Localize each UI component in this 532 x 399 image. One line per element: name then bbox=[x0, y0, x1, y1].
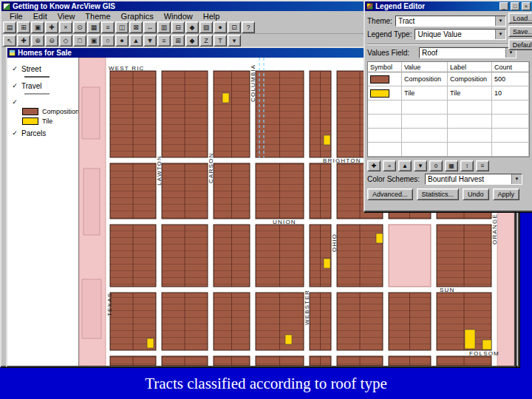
theme-item[interactable]: ✓Parcels bbox=[11, 129, 78, 137]
toolbar-row-1-button-12[interactable]: ▥ bbox=[157, 21, 171, 33]
legend-tool-button-6[interactable]: ▦ bbox=[445, 160, 458, 171]
theme-item[interactable]: ✓ bbox=[11, 99, 78, 106]
table-cell-symbol[interactable] bbox=[368, 72, 402, 86]
toolbar-row-1-button-11[interactable]: ↔ bbox=[143, 21, 157, 33]
legend-editor-titlebar[interactable]: Legend Editor _ □ × bbox=[365, 1, 532, 11]
legend-class: Tile bbox=[22, 117, 78, 125]
toolbar-row-2-button-8[interactable]: ○ bbox=[101, 35, 115, 47]
toolbar-row-2-button-10[interactable]: ▲ bbox=[129, 35, 143, 47]
toolbar-row-2-button-3[interactable]: ⊕ bbox=[31, 35, 44, 47]
color-schemes-combobox[interactable]: Bountiful Harvest ▼ bbox=[425, 174, 522, 185]
legend-table: SymbolValueLabelCountCompositionComposit… bbox=[367, 61, 530, 157]
toolbar-row-1-button-2[interactable]: ⊞ bbox=[17, 21, 30, 33]
toolbar-row-1-button-8[interactable]: ≡ bbox=[101, 21, 115, 33]
toolbar-row-2-button-5[interactable]: ◇ bbox=[59, 35, 72, 47]
table-cell-count[interactable]: 500 bbox=[492, 72, 529, 86]
theme-checkbox[interactable]: ✓ bbox=[11, 130, 18, 137]
toolbar-row-1-button-6[interactable]: ⊙ bbox=[73, 21, 86, 33]
button-advanced[interactable]: Advanced... bbox=[367, 188, 413, 200]
toolbar-row-2-button-7[interactable]: ▣ bbox=[87, 35, 100, 47]
table-cell-count[interactable]: 10 bbox=[492, 86, 529, 100]
legend-tool-button-8[interactable]: ≡ bbox=[476, 160, 489, 171]
toolbar-row-1-button-3[interactable]: ▣ bbox=[31, 21, 44, 33]
table-cell-value[interactable]: Tile bbox=[402, 86, 448, 100]
theme-item[interactable]: ✓Street bbox=[11, 65, 78, 73]
toolbar-row-1-button-16[interactable]: ● bbox=[214, 21, 227, 33]
button-apply[interactable]: Apply bbox=[493, 188, 520, 200]
svg-text:SUN: SUN bbox=[440, 287, 455, 293]
theme-checkbox[interactable]: ✓ bbox=[11, 66, 18, 72]
legend-tool-button-5[interactable]: 0 bbox=[429, 160, 443, 171]
menu-edit[interactable]: Edit bbox=[28, 12, 52, 21]
toolbar-row-1-button-18[interactable]: ? bbox=[242, 21, 255, 33]
toolbar-row-2-button-12[interactable]: ≡ bbox=[157, 35, 171, 47]
side-buttons: Load...Save...Default bbox=[508, 13, 532, 50]
button-save[interactable]: Save... bbox=[508, 26, 532, 37]
toolbar-row-1-button-15[interactable]: ▧ bbox=[200, 21, 213, 33]
theme-combobox[interactable]: Tract ▼ bbox=[395, 16, 506, 27]
toolbar-row-2-button-9[interactable]: ● bbox=[115, 35, 129, 47]
legend-tool-button-2[interactable]: × bbox=[383, 160, 396, 171]
minimize-button[interactable]: _ bbox=[499, 2, 508, 10]
theme-value: Tract bbox=[396, 17, 495, 25]
table-cell-empty bbox=[448, 100, 492, 115]
toolbar-row-1-button-9[interactable]: ◫ bbox=[115, 21, 129, 33]
theme-checkbox[interactable]: ✓ bbox=[11, 83, 18, 89]
table-cell-symbol[interactable] bbox=[368, 86, 402, 100]
toolbar-row-2-button-14[interactable]: ◆ bbox=[185, 35, 199, 47]
legend-type-combobox[interactable]: Unique Value ▼ bbox=[415, 29, 506, 40]
legend-editor-icon bbox=[366, 3, 373, 10]
toolbar-row-2-button-15[interactable]: Z bbox=[200, 35, 213, 47]
button-statistics[interactable]: Statistics... bbox=[417, 188, 460, 200]
button-load[interactable]: Load... bbox=[508, 13, 532, 24]
table-cell-value[interactable]: Composition bbox=[402, 72, 448, 86]
toolbar-row-1-button-14[interactable]: ◆ bbox=[185, 21, 199, 33]
table-cell-label[interactable]: Composition bbox=[448, 72, 492, 86]
theme-checkbox[interactable]: ✓ bbox=[11, 99, 18, 106]
menu-help[interactable]: Help bbox=[198, 12, 225, 21]
toolbar-row-2-button-11[interactable]: ▼ bbox=[143, 35, 157, 47]
toolbar-row-1-button-4[interactable]: ✚ bbox=[45, 21, 58, 33]
menu-graphics[interactable]: Graphics bbox=[116, 12, 159, 21]
button-undo[interactable]: Undo bbox=[463, 188, 489, 200]
svg-text:BRIGHTON: BRIGHTON bbox=[323, 157, 361, 164]
table-cell-empty bbox=[402, 115, 448, 129]
legend-tool-button-4[interactable]: ▼ bbox=[414, 160, 427, 171]
toolbar-row-1-button-7[interactable]: ▦ bbox=[87, 21, 100, 33]
button-default[interactable]: Default bbox=[508, 39, 532, 50]
toolbar-row-2-button-6[interactable]: □ bbox=[73, 35, 86, 47]
toolbar-row-2-button-13[interactable]: ⊞ bbox=[171, 35, 185, 47]
menu-view[interactable]: View bbox=[52, 12, 81, 21]
menu-theme[interactable]: Theme bbox=[80, 12, 115, 21]
chevron-down-icon[interactable]: ▼ bbox=[495, 30, 505, 39]
close-button[interactable]: × bbox=[522, 2, 531, 10]
toolbar-row-1-button-5[interactable]: × bbox=[59, 21, 72, 33]
values-field-combobox[interactable]: Roof ▼ bbox=[419, 47, 516, 58]
table-cell-label[interactable]: Tile bbox=[448, 86, 492, 100]
svg-text:UNION: UNION bbox=[273, 219, 296, 225]
toolbar-row-1-button-10[interactable]: ⊠ bbox=[129, 21, 143, 33]
toolbar-row-2-button-1[interactable]: ↖ bbox=[3, 35, 16, 47]
mini-buttons: ✚×▲▼0▦↕≡ bbox=[367, 160, 530, 171]
legend-tool-button-1[interactable]: ✚ bbox=[367, 160, 381, 171]
svg-text:CARSON: CARSON bbox=[208, 153, 214, 183]
chevron-down-icon[interactable]: ▼ bbox=[511, 174, 522, 184]
toolbar-row-2-button-16[interactable]: T bbox=[214, 35, 227, 47]
legend-tool-button-7[interactable]: ↕ bbox=[460, 160, 474, 171]
theme-item[interactable]: ✓Travel bbox=[11, 82, 78, 90]
toolbar-row-1-button-17[interactable]: ⊡ bbox=[228, 21, 241, 33]
slide: Getting to Know ArcView GIS FileEditView… bbox=[0, 0, 532, 399]
chevron-down-icon[interactable]: ▼ bbox=[495, 16, 505, 26]
legend-type-value: Unique Value bbox=[415, 30, 495, 38]
legend-tool-button-3[interactable]: ▲ bbox=[398, 160, 412, 171]
menu-window[interactable]: Window bbox=[159, 12, 198, 21]
maximize-button[interactable]: □ bbox=[511, 2, 519, 10]
toolbar-row-2-button-17[interactable]: ▾ bbox=[228, 35, 241, 47]
toolbar-row-1-button-1[interactable]: ▤ bbox=[3, 21, 16, 33]
menu-file[interactable]: File bbox=[4, 12, 28, 21]
color-schemes-value: Bountiful Harvest bbox=[426, 175, 511, 183]
toolbar-row-2-button-2[interactable]: ✚ bbox=[17, 35, 30, 47]
table-cell-empty bbox=[368, 115, 402, 129]
toolbar-row-1-button-13[interactable]: ⊟ bbox=[171, 21, 185, 33]
toolbar-row-2-button-4[interactable]: ⊖ bbox=[45, 35, 58, 47]
